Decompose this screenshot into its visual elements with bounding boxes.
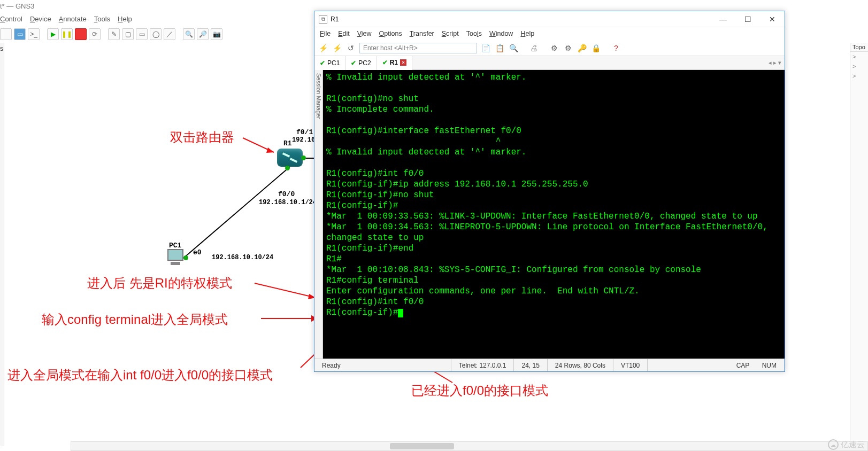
paste-icon[interactable]: 📋 [494, 43, 505, 53]
lock-icon[interactable]: 🔒 [590, 43, 601, 53]
anno-privileged: 进入后 先是RI的特权模式 [87, 275, 232, 292]
anno-config-t: 输入config terminal进入全局模式 [42, 311, 228, 328]
gns3-side-label: s [0, 45, 3, 52]
close-tab-icon[interactable]: × [400, 59, 406, 66]
status-locks: CAP NUM [648, 359, 785, 371]
tool-blank-icon[interactable] [0, 28, 12, 40]
tool-console-icon[interactable]: ▭ [14, 28, 26, 40]
topology-summary-panel: Topo > > > [850, 43, 868, 440]
crt-title: R1 [331, 15, 339, 23]
check-icon: ✔ [320, 59, 325, 67]
play-icon[interactable]: ▶ [47, 28, 59, 40]
anno-int-mode: 进入全局模式在输入int f0/0进入f0/0的接口模式 [7, 367, 273, 384]
print-icon[interactable]: 🖨 [528, 43, 539, 53]
topo-row[interactable]: > [850, 71, 868, 81]
crt-menu-window[interactable]: Window [489, 30, 513, 37]
menu-control[interactable]: Control [0, 15, 22, 23]
note-icon[interactable]: ✎ [108, 28, 120, 40]
crt-tabbar: ✔PC1 ✔PC2 ✔R1× ◂ ▸ ▾ [314, 56, 785, 70]
copy-icon[interactable]: 📄 [480, 43, 491, 53]
check-icon: ✔ [351, 59, 356, 67]
cloud-icon: ☁ [828, 439, 839, 450]
crt-menu-tools[interactable]: Tools [466, 30, 482, 37]
if0-label: f0/0 [278, 190, 295, 198]
line-icon[interactable]: ／ [164, 28, 175, 40]
crt-menu-file[interactable]: File [320, 30, 331, 37]
minimize-button[interactable]: — [711, 11, 735, 27]
shape-circle-icon[interactable]: ◯ [150, 28, 162, 40]
quick-connect-icon[interactable]: ⚡ [332, 43, 342, 53]
crt-toolbar: ⚡ ⚡ ↺ 📄 📋 🔍 🖨 ⚙ ⚙ 🔑 🔒 ? [314, 40, 785, 56]
pc-label: PC1 [169, 242, 181, 250]
session-manager-panel[interactable]: Session Manager [314, 70, 323, 359]
if1-label: f0/1 [296, 128, 313, 136]
menu-help[interactable]: Help [118, 15, 132, 23]
crt-menu-help[interactable]: Help [520, 30, 534, 37]
watermark-text: 亿速云 [841, 440, 865, 450]
close-button[interactable]: ✕ [760, 11, 785, 27]
tab-pc1[interactable]: ✔PC1 [314, 56, 345, 70]
zoom-out-icon[interactable]: 🔎 [197, 28, 209, 40]
zoom-in-icon[interactable]: 🔍 [183, 28, 195, 40]
gns3-window-title: t* — GNS3 [0, 2, 34, 10]
status-cursor-pos: 24, 15 [514, 359, 547, 371]
crt-menu-edit[interactable]: Edit [338, 30, 350, 37]
tool-term-icon[interactable]: >_ [28, 28, 40, 40]
menu-device[interactable]: Device [30, 15, 51, 23]
stop-icon[interactable] [75, 28, 87, 40]
image-icon[interactable]: ▢ [122, 28, 134, 40]
tab-pc2[interactable]: ✔PC2 [345, 56, 377, 70]
screenshot-icon[interactable]: 📷 [211, 28, 222, 40]
app-icon: ⧉ [319, 15, 327, 24]
crt-menu-script[interactable]: Script [442, 30, 459, 37]
key-icon[interactable]: 🔑 [577, 43, 587, 53]
settings-gear-icon[interactable]: ⚙ [549, 43, 559, 53]
connect-icon[interactable]: ⚡ [318, 43, 328, 53]
menu-annotate[interactable]: Annotate [59, 15, 87, 23]
check-icon: ✔ [382, 59, 388, 66]
host-input[interactable] [359, 43, 477, 53]
port-dot-right [301, 155, 306, 160]
anno-in-interface: 已经进入f0/0的接口模式 [411, 382, 548, 399]
tab-label: R1 [390, 59, 398, 66]
tab-label: PC1 [327, 59, 340, 67]
anno-doubleclick: 双击路由器 [170, 129, 234, 146]
reconnect-icon[interactable]: ↺ [345, 43, 356, 53]
tab-nav-arrows[interactable]: ◂ ▸ ▾ [765, 59, 785, 66]
pc-node[interactable] [166, 249, 185, 267]
status-ready: Ready [314, 359, 451, 371]
watermark: ☁ 亿速云 [828, 439, 865, 450]
port-dot-bottom [285, 166, 290, 170]
gns3-toolbar: ▭ >_ ▶ ❚❚ ⟳ ✎ ▢ ▭ ◯ ／ 🔍 🔎 📷 [0, 27, 222, 42]
securecrt-window: ⧉ R1 — ☐ ✕ File Edit View Options Transf… [314, 11, 785, 372]
router-label: R1 [283, 139, 292, 147]
reload-icon[interactable]: ⟳ [89, 28, 101, 40]
gns3-left-bar [0, 43, 4, 446]
session-manager-label: Session Manager [316, 70, 322, 119]
shape-rect-icon[interactable]: ▭ [136, 28, 148, 40]
tab-label: PC2 [358, 59, 371, 67]
pause-icon[interactable]: ❚❚ [61, 28, 73, 40]
router-node[interactable] [277, 149, 303, 167]
topo-row[interactable]: > [850, 61, 868, 71]
topo-header: Topo [850, 43, 868, 52]
crt-menu-view[interactable]: View [357, 30, 372, 37]
crt-menubar: File Edit View Options Transfer Script T… [314, 27, 785, 40]
help-icon[interactable]: ? [611, 43, 621, 53]
session-gear-icon[interactable]: ⚙ [563, 43, 573, 53]
crt-titlebar[interactable]: ⧉ R1 — ☐ ✕ [314, 11, 785, 27]
status-size: 24 Rows, 80 Cols [548, 359, 613, 371]
topo-row[interactable]: > [850, 52, 868, 61]
terminal-output[interactable]: % Invalid input detected at '^' marker. … [323, 70, 785, 359]
crt-menu-transfer[interactable]: Transfer [410, 30, 434, 37]
if0-net: 192.168.10.1/24 [259, 199, 317, 206]
tab-r1[interactable]: ✔R1× [377, 56, 412, 70]
menu-tools[interactable]: Tools [94, 15, 110, 23]
maximize-button[interactable]: ☐ [735, 11, 760, 27]
crt-menu-options[interactable]: Options [379, 30, 402, 37]
horizontal-scrollbar[interactable] [71, 441, 868, 451]
status-connection: Telnet: 127.0.0.1 [451, 359, 514, 371]
crt-statusbar: Ready Telnet: 127.0.0.1 24, 15 24 Rows, … [314, 359, 785, 371]
status-emulation: VT100 [613, 359, 648, 371]
find-icon[interactable]: 🔍 [508, 43, 519, 53]
